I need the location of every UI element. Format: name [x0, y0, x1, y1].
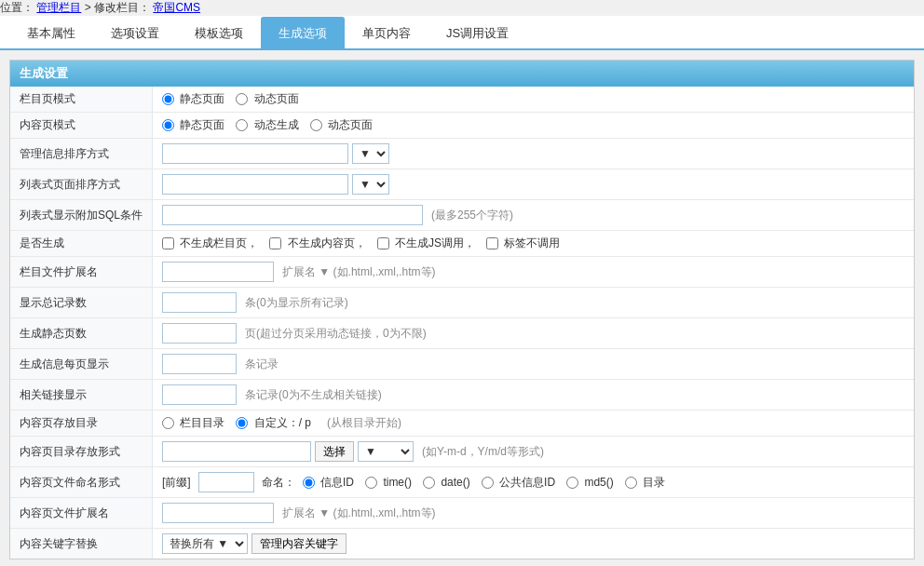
input-column-ext[interactable]: .html: [162, 262, 274, 282]
label-keyword-replace: 内容关键字替换: [10, 529, 153, 559]
label-list-sql: 列表式显示附加SQL条件: [10, 200, 153, 231]
radio-md5[interactable]: [566, 477, 578, 489]
radio-public-id[interactable]: [482, 477, 494, 489]
related-links-note: 条记录(0为不生成相关链接): [245, 387, 382, 403]
name-label: 命名：: [262, 475, 295, 491]
row-display-count: 显示总记录数 0 条(0为显示所有记录): [10, 288, 914, 318]
tab-template[interactable]: 模板选项: [177, 17, 261, 49]
btn-keyword-manage[interactable]: 管理内容关键字: [251, 533, 346, 554]
input-list-sql[interactable]: [162, 205, 423, 225]
cb-no-column-page-label[interactable]: 不生成栏目页，: [162, 236, 258, 251]
label-content-ext: 内容页文件扩展名: [10, 498, 153, 529]
tab-basic[interactable]: 基本属性: [9, 17, 93, 49]
row-related-links: 相关链接显示 10 条记录(0为不生成相关链接) 存放根目录: [10, 380, 914, 411]
display-count-note: 条(0为显示所有记录): [245, 295, 348, 311]
btn-store-select[interactable]: 选择: [315, 441, 354, 462]
label-generate-static: 生成静态页数: [10, 318, 153, 349]
input-list-sort[interactable]: newstime DESC: [162, 174, 348, 195]
row-list-sort: 列表式页面排序方式 newstime DESC ▼: [10, 169, 914, 200]
breadcrumb: 位置： 管理栏目 > 修改栏目： 帝国CMS: [0, 0, 924, 16]
label-manage-sort: 管理信息排序方式: [10, 139, 153, 169]
radio-static-page[interactable]: [162, 93, 174, 105]
radio-md5-label[interactable]: md5(): [566, 476, 614, 489]
radio-custom-dir[interactable]: [236, 417, 248, 429]
tab-single[interactable]: 单页内容: [345, 17, 428, 49]
tab-generate[interactable]: 生成选项: [261, 17, 345, 49]
input-generate-per-page[interactable]: 30: [162, 354, 237, 374]
input-content-ext[interactable]: .html: [162, 503, 274, 523]
radio-column-dir-label[interactable]: 栏目目录: [162, 415, 224, 431]
radio-date-label[interactable]: date(): [423, 476, 470, 489]
label-column-ext: 栏目文件扩展名: [10, 257, 153, 288]
row-generate-per-page: 生成信息每页显示 30 条记录: [10, 349, 914, 380]
cb-no-tag[interactable]: [486, 237, 498, 249]
cb-no-content-page[interactable]: [269, 237, 281, 249]
select-keyword-replace[interactable]: 替换所有 ▼: [162, 533, 248, 554]
radio-dir-label[interactable]: 目录: [625, 475, 665, 491]
label-column-page-mode: 栏目页模式: [10, 87, 153, 113]
label-content-dir: 内容页存放目录: [10, 411, 153, 437]
radio-dynamic-page[interactable]: [236, 93, 248, 105]
row-is-generate: 是否生成 不生成栏目页， 不生成内容页，: [10, 231, 914, 257]
row-column-ext: 栏目文件扩展名 .html 扩展名 ▼ (如.html,.xml,.htm等): [10, 257, 914, 288]
radio-content-static[interactable]: [162, 119, 174, 131]
label-list-sort: 列表式页面排序方式: [10, 169, 153, 200]
radio-date[interactable]: [423, 477, 435, 489]
main-content: 生成设置 栏目页模式 静态页面 动态页面: [0, 50, 924, 566]
input-related-links[interactable]: 10: [162, 384, 237, 405]
cb-no-column-page[interactable]: [162, 237, 174, 249]
radio-info-id-label[interactable]: 信息ID: [303, 475, 354, 491]
input-prefix[interactable]: [198, 472, 254, 492]
select-store-format[interactable]: ▼: [358, 441, 414, 462]
radio-content-static-label[interactable]: 静态页面: [162, 117, 224, 133]
list-sql-note: (最多255个字符): [431, 208, 513, 223]
column-ext-note: 扩展名 ▼ (如.html,.xml,.htm等): [282, 264, 436, 280]
section-header: 生成设置: [10, 61, 914, 87]
radio-content-dynamic-page[interactable]: [310, 119, 322, 131]
radio-dynamic-page-label[interactable]: 动态页面: [236, 91, 298, 107]
radio-content-dynamic-page-label[interactable]: 动态页面: [310, 117, 373, 133]
breadcrumb-item3[interactable]: 帝国CMS: [153, 1, 200, 14]
label-content-filename-format: 内容页文件命名形式: [10, 467, 153, 498]
row-content-filename-format: 内容页文件命名形式 [前缀] 命名： 信息ID: [10, 467, 914, 498]
radio-content-dynamic-gen-label[interactable]: 动态生成: [236, 117, 298, 133]
label-content-store-format: 内容页目录存放形式: [10, 437, 153, 467]
tabs-bar: 基本属性 选项设置 模板选项 生成选项 单页内容 JS调用设置: [0, 16, 924, 50]
row-generate-static: 生成静态页数 0 页(超过分页采用动态链接，0为不限): [10, 318, 914, 349]
input-store-format[interactable]: [162, 441, 311, 462]
input-manage-sort[interactable]: id DESC: [162, 143, 348, 164]
radio-info-id[interactable]: [303, 477, 315, 489]
radio-public-id-label[interactable]: 公共信息ID: [482, 475, 555, 491]
generate-per-page-note: 条记录: [245, 357, 279, 372]
select-list-sort[interactable]: ▼: [352, 174, 389, 195]
tab-js[interactable]: JS调用设置: [428, 17, 526, 49]
row-manage-sort: 管理信息排序方式 id DESC ▼: [10, 139, 914, 169]
label-is-generate: 是否生成: [10, 231, 153, 257]
row-content-page-mode: 内容页模式 静态页面 动态生成: [10, 113, 914, 139]
cb-no-js[interactable]: [377, 237, 389, 249]
store-format-note: (如Y-m-d，Y/m/d等形式): [422, 444, 544, 460]
radio-custom-dir-label[interactable]: 自定义：/ p: [236, 415, 311, 431]
breadcrumb-prefix: 位置：: [0, 1, 34, 14]
cb-no-tag-label[interactable]: 标签不调用: [486, 236, 560, 251]
breadcrumb-item1[interactable]: 管理栏目: [36, 1, 81, 14]
row-keyword-replace: 内容关键字替换 替换所有 ▼ 管理内容关键字: [10, 529, 914, 559]
row-list-sql: 列表式显示附加SQL条件 (最多255个字符): [10, 200, 914, 231]
label-display-count: 显示总记录数: [10, 288, 153, 318]
cb-no-js-label[interactable]: 不生成JS调用，: [377, 236, 475, 251]
radio-static-page-label[interactable]: 静态页面: [162, 91, 224, 107]
label-content-page-mode: 内容页模式: [10, 113, 153, 139]
form-table: 栏目页模式 静态页面 动态页面: [10, 87, 914, 559]
radio-dir[interactable]: [625, 477, 637, 489]
select-manage-sort[interactable]: ▼: [352, 143, 389, 164]
custom-dir-note: (从根目录开始): [327, 415, 401, 431]
cb-no-content-page-label[interactable]: 不生成内容页，: [269, 236, 365, 251]
radio-time-label[interactable]: time(): [365, 476, 412, 489]
input-generate-static[interactable]: 0: [162, 323, 237, 344]
tab-options[interactable]: 选项设置: [93, 17, 177, 49]
row-column-page-mode: 栏目页模式 静态页面 动态页面: [10, 87, 914, 113]
input-display-count[interactable]: 0: [162, 292, 237, 313]
radio-content-dynamic-gen[interactable]: [236, 119, 248, 131]
radio-time[interactable]: [365, 477, 377, 489]
radio-column-dir[interactable]: [162, 417, 174, 429]
